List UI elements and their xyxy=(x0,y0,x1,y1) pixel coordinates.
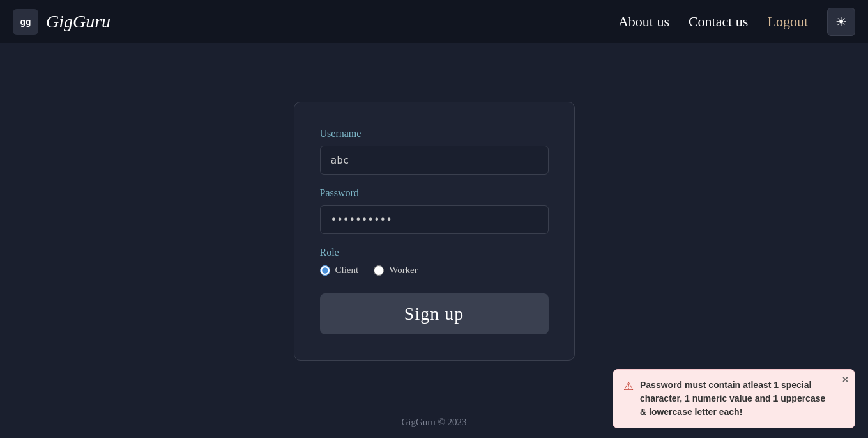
navbar-links: About us Contact us Logout ☀ xyxy=(618,8,855,36)
signup-card: Username Password Role Client Worker xyxy=(294,102,575,361)
client-radio[interactable] xyxy=(320,265,330,276)
role-label: Role xyxy=(320,247,549,258)
navbar: gg GigGuru About us Contact us Logout ☀ xyxy=(0,0,868,43)
about-us-link[interactable]: About us xyxy=(618,13,669,30)
theme-toggle-button[interactable]: ☀ xyxy=(827,8,855,36)
radio-options: Client Worker xyxy=(320,265,549,276)
toast-notification: ⚠ Password must contain atleast 1 specia… xyxy=(613,369,855,428)
password-label: Password xyxy=(320,187,549,199)
client-label: Client xyxy=(335,265,359,276)
password-input[interactable] xyxy=(320,205,549,234)
toast-message: Password must contain atleast 1 special … xyxy=(640,379,829,419)
role-group: Role Client Worker xyxy=(320,247,549,276)
contact-us-link[interactable]: Contact us xyxy=(689,13,749,30)
signup-button[interactable]: Sign up xyxy=(320,293,549,334)
logout-link[interactable]: Logout xyxy=(767,13,808,30)
brand-logo: gg xyxy=(13,9,38,35)
toast-warning-icon: ⚠ xyxy=(623,379,634,393)
brand: gg GigGuru xyxy=(13,9,110,35)
client-radio-option[interactable]: Client xyxy=(320,265,359,276)
username-group: Username xyxy=(320,128,549,175)
password-group: Password xyxy=(320,187,549,234)
copyright-text: GigGuru © 2023 xyxy=(401,417,466,428)
username-input[interactable] xyxy=(320,146,549,175)
worker-radio-option[interactable]: Worker xyxy=(374,265,418,276)
worker-radio[interactable] xyxy=(374,265,384,276)
brand-name: GigGuru xyxy=(46,12,110,32)
worker-label: Worker xyxy=(389,265,418,276)
username-label: Username xyxy=(320,128,549,139)
main-content: Username Password Role Client Worker xyxy=(0,43,868,406)
toast-close-button[interactable]: × xyxy=(842,375,848,385)
